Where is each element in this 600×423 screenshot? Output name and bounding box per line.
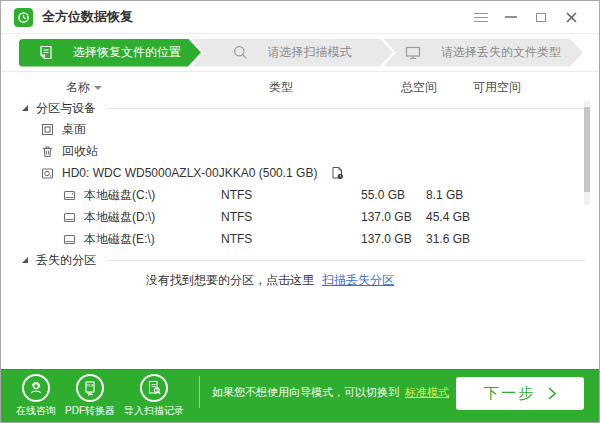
desktop-icon [41,123,54,136]
monitor-icon [405,45,421,60]
tool-label: 导入扫描记录 [124,404,184,418]
section-label: 分区与设备 [36,100,96,117]
recovery-clock-icon [17,11,30,24]
app-title: 全方位数据恢复 [42,8,133,26]
list-item-recycle-bin[interactable]: 回收站 [1,140,599,162]
scrollbar-thumb[interactable] [584,107,590,192]
section-lost-partitions[interactable]: 丢失的分区 [1,252,599,268]
disk-free: 45.4 GB [426,210,599,224]
load-scan-record-icon[interactable] [331,166,344,180]
expand-triangle-icon [21,256,29,264]
mode-hint: 如果您不想使用向导模式，可以切换到标准模式 [212,385,449,400]
lost-partition-hint: 没有找到想要的分区，点击这里 [146,272,314,289]
section-partitions-devices[interactable]: 分区与设备 [1,98,599,118]
item-label: 本地磁盘(D:\) [84,209,155,226]
recycle-bin-icon [41,145,54,158]
next-step-label: 下一步 [484,384,535,403]
sort-caret-icon [94,86,102,90]
chevron-right-icon [548,387,556,400]
pdf-converter-icon: PDF [76,374,104,402]
section-label: 丢失的分区 [36,252,96,269]
list-item-disk-e[interactable]: 本地磁盘(E:\) NTFS 137.0 GB 31.6 GB [1,228,599,250]
step-file-types[interactable]: 请选择丢失的文件类型 [383,39,583,67]
step-scan-mode[interactable]: 请选择扫描模式 [191,39,393,67]
item-label: HD0: WDC WD5000AZLX-00JKKA0 (500.1 GB) [62,166,317,180]
disk-total: 137.0 GB [361,232,426,246]
item-label: 桌面 [62,121,86,138]
footer-divider [199,376,200,408]
hard-drive-icon [41,167,54,180]
minimize-button[interactable] [496,5,526,29]
header-free-space[interactable]: 可用空间 [473,79,521,96]
svg-text:PDF: PDF [86,383,95,388]
section-divider [108,260,585,261]
list-item-disk-d[interactable]: 本地磁盘(D:\) NTFS 137.0 GB 45.4 GB [1,206,599,228]
disk-type: NTFS [221,232,361,246]
minimize-icon [505,16,517,18]
maximize-button[interactable] [526,5,556,29]
mode-hint-text: 如果您不想使用向导模式，可以切换到 [212,386,399,398]
lost-partition-hint-row: 没有找到想要的分区，点击这里 扫描丢失分区 [0,268,569,292]
maximize-icon [536,13,546,22]
header-type[interactable]: 类型 [269,79,293,96]
item-label: 本地磁盘(C:\) [84,187,155,204]
item-label: 回收站 [62,143,98,160]
tool-label: PDF转换器 [65,404,115,418]
search-icon [233,45,248,60]
menu-button[interactable] [466,5,496,29]
list-item-hd0[interactable]: HD0: WDC WD5000AZLX-00JKKA0 (500.1 GB) [1,162,599,184]
document-icon [39,45,53,60]
item-label: 本地磁盘(E:\) [84,231,155,248]
window-controls [466,5,586,29]
hamburger-icon [474,13,488,22]
disk-free: 31.6 GB [426,232,599,246]
import-scan-record-button[interactable]: 导入扫描记录 [124,374,184,418]
disk-type: NTFS [221,210,361,224]
app-window: 全方位数据恢复 选择恢复文件的位置 [0,0,600,423]
drive-list-panel: 名称 类型 总空间 可用空间 分区与设备 桌面 [1,72,599,372]
disk-icon [63,211,76,224]
standard-mode-link[interactable]: 标准模式 [405,386,449,398]
scan-lost-partitions-link[interactable]: 扫描丢失分区 [322,272,394,289]
section-divider [108,108,585,109]
list-item-desktop[interactable]: 桌面 [1,118,599,140]
disk-total: 137.0 GB [361,210,426,224]
list-item-disk-c[interactable]: 本地磁盘(C:\) NTFS 55.0 GB 8.1 GB [1,184,599,206]
pdf-converter-button[interactable]: PDF PDF转换器 [65,374,115,418]
headset-person-icon [22,374,50,402]
disk-icon [63,189,76,202]
header-name[interactable]: 名称 [66,79,90,96]
step-label: 请选择扫描模式 [268,44,352,61]
step-label: 请选择丢失的文件类型 [441,44,561,61]
disk-total: 55.0 GB [361,188,426,202]
title-bar: 全方位数据恢复 [1,1,599,34]
disk-icon [63,233,76,246]
wizard-step-bar: 选择恢复文件的位置 请选择扫描模式 请选择丢失的文件类型 [1,34,599,72]
expand-triangle-icon [21,104,29,112]
online-consult-button[interactable]: 在线咨询 [16,374,56,418]
close-button[interactable] [556,5,586,29]
next-step-button[interactable]: 下一步 [456,377,584,410]
import-scan-icon [140,374,168,402]
disk-free: 8.1 GB [426,188,599,202]
tool-label: 在线咨询 [16,404,56,418]
disk-type: NTFS [221,188,361,202]
close-icon [566,12,577,23]
step-label: 选择恢复文件的位置 [73,44,181,61]
footer-bar: 在线咨询 PDF PDF转换器 [1,369,599,422]
table-header: 名称 类型 总空间 可用空间 [1,72,599,98]
step-select-location[interactable]: 选择恢复文件的位置 [19,39,201,67]
app-logo-icon [14,8,33,27]
header-total-space[interactable]: 总空间 [401,79,437,96]
